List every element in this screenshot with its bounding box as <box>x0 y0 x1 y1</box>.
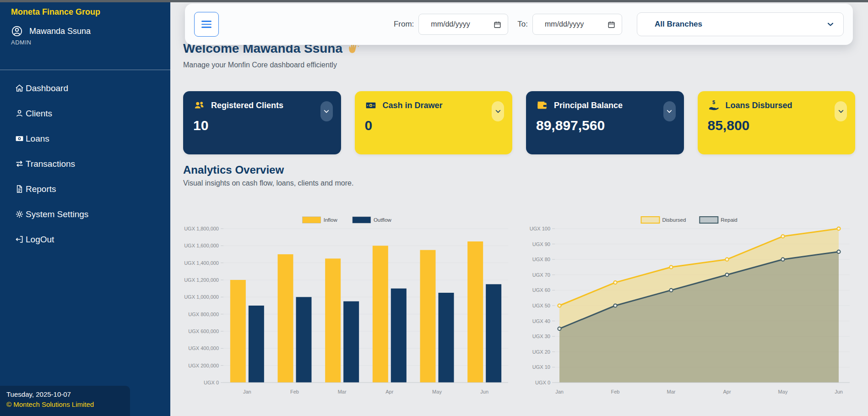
logout-icon <box>15 235 24 244</box>
banknote-icon <box>15 134 24 143</box>
from-date-input[interactable]: mm/dd/yyyy <box>418 14 508 35</box>
analytics-heading: Analytics Overview <box>183 164 284 176</box>
cash-icon <box>365 99 377 111</box>
chevron-down-icon <box>494 108 502 115</box>
stat-value: 89,897,560 <box>536 118 674 133</box>
svg-text:Mar: Mar <box>338 389 347 394</box>
svg-text:Mar: Mar <box>667 389 676 394</box>
current-date: Tuesday, 2025-10-07 <box>6 390 124 398</box>
to-date-input[interactable]: mm/dd/yyyy <box>532 14 622 35</box>
nav-label: LogOut <box>26 235 54 245</box>
stat-value: 85,800 <box>708 118 846 133</box>
nav-label: System Settings <box>26 209 88 219</box>
calendar-icon[interactable] <box>493 20 502 29</box>
sidebar-toggle-button[interactable] <box>194 12 219 37</box>
branch-filter-select[interactable]: All Branches <box>637 12 844 36</box>
disbursed-repaid-line-chart: UGX 0UGX 10UGX 20UGX 30UGX 40UGX 50UGX 6… <box>525 212 855 401</box>
svg-text:UGX 70: UGX 70 <box>532 272 550 278</box>
date-placeholder: mm/dd/yyyy <box>431 20 493 28</box>
svg-text:Jan: Jan <box>243 389 251 394</box>
user-icon <box>15 109 24 118</box>
copyright: © Montech Solutions Limited <box>6 400 124 408</box>
sidebar-item-system-settings[interactable]: System Settings <box>0 202 170 227</box>
user-name: Mawanda Ssuna <box>29 27 91 36</box>
stat-value: 0 <box>365 118 503 133</box>
sidebar-item-clients[interactable]: Clients <box>0 101 170 126</box>
chevron-down-icon <box>666 108 673 115</box>
gear-icon <box>15 209 24 219</box>
user-role: ADMIN <box>11 39 31 46</box>
svg-text:Outflow: Outflow <box>374 217 392 223</box>
sidebar-footer: Tuesday, 2025-10-07 © Montech Solutions … <box>0 386 130 416</box>
stat-expand-button[interactable] <box>320 101 333 121</box>
stat-expand-button[interactable] <box>492 101 504 121</box>
nav-label: Transactions <box>26 159 75 169</box>
stat-label: Principal Balance <box>554 101 623 110</box>
stat-label: Registered Clients <box>211 101 283 110</box>
stat-label: Cash in Drawer <box>383 101 443 110</box>
svg-text:Apr: Apr <box>723 389 731 394</box>
branch-filter-value: All Branches <box>655 20 826 29</box>
svg-text:UGX 100: UGX 100 <box>530 226 550 231</box>
charts-row: UGX 0UGX 200,000UGX 400,000UGX 600,000UG… <box>183 212 855 401</box>
svg-text:UGX 1,000,000: UGX 1,000,000 <box>184 294 219 300</box>
sidebar-nav: Dashboard Clients Loans Transactions <box>0 76 170 252</box>
svg-text:UGX 0: UGX 0 <box>535 380 550 385</box>
svg-text:UGX 90: UGX 90 <box>532 241 550 247</box>
sidebar: Moneta Finance Group Mawanda Ssuna ADMIN… <box>0 2 170 416</box>
svg-text:Jun: Jun <box>480 389 488 394</box>
cash-flow-chart: UGX 0UGX 200,000UGX 400,000UGX 600,000UG… <box>183 212 514 401</box>
svg-text:UGX 0: UGX 0 <box>204 380 219 385</box>
svg-text:UGX 40: UGX 40 <box>532 318 550 324</box>
chevron-down-icon <box>837 108 845 115</box>
svg-text:Jun: Jun <box>835 389 843 394</box>
user-profile: Mawanda Ssuna <box>11 25 91 37</box>
sidebar-item-logout[interactable]: LogOut <box>0 227 170 252</box>
svg-text:Repaid: Repaid <box>721 217 737 223</box>
svg-text:UGX 10: UGX 10 <box>532 364 550 370</box>
nav-label: Clients <box>26 109 52 119</box>
stat-label: Loans Disbursed <box>726 101 792 110</box>
main-content: From: mm/dd/yyyy To: mm/dd/yyyy All Bran… <box>170 2 868 416</box>
users-icon <box>193 99 205 111</box>
topbar: From: mm/dd/yyyy To: mm/dd/yyyy All Bran… <box>185 4 853 45</box>
svg-text:UGX 30: UGX 30 <box>532 334 550 339</box>
svg-text:Feb: Feb <box>611 389 620 394</box>
svg-text:UGX 200,000: UGX 200,000 <box>188 363 219 368</box>
sidebar-item-reports[interactable]: Reports <box>0 176 170 202</box>
hand-money-icon: $ <box>708 99 720 111</box>
stat-value: 10 <box>193 118 331 133</box>
svg-text:Inflow: Inflow <box>324 217 338 223</box>
sidebar-divider <box>0 70 170 70</box>
nav-label: Dashboard <box>26 83 68 93</box>
svg-text:UGX 800,000: UGX 800,000 <box>188 312 219 317</box>
nav-label: Loans <box>26 134 49 144</box>
svg-text:UGX 1,600,000: UGX 1,600,000 <box>184 243 219 248</box>
sidebar-item-transactions[interactable]: Transactions <box>0 151 170 176</box>
calendar-icon[interactable] <box>607 20 616 29</box>
to-label: To: <box>517 20 528 29</box>
nav-label: Reports <box>26 184 56 194</box>
svg-text:Disbursed: Disbursed <box>662 217 686 223</box>
svg-text:Feb: Feb <box>290 389 299 394</box>
stat-card-registered-clients: Registered Clients 10 <box>183 91 341 154</box>
document-icon <box>15 184 24 194</box>
sidebar-item-loans[interactable]: Loans <box>0 126 170 151</box>
stat-expand-button[interactable] <box>663 101 676 121</box>
cash-flow-bar-chart: UGX 0UGX 200,000UGX 400,000UGX 600,000UG… <box>183 212 514 401</box>
stat-cards-row: Registered Clients 10 Cash in Drawer <box>183 91 855 154</box>
stat-card-principal-balance: Principal Balance 89,897,560 <box>526 91 684 154</box>
wallet-icon <box>536 99 548 111</box>
chevron-down-icon <box>323 108 330 115</box>
stat-card-cash-in-drawer: Cash in Drawer 0 <box>355 91 513 154</box>
from-label: From: <box>394 20 414 29</box>
svg-text:Apr: Apr <box>385 389 393 394</box>
stat-card-loans-disbursed: $ Loans Disbursed 85,800 <box>698 91 856 154</box>
sidebar-item-dashboard[interactable]: Dashboard <box>0 76 170 101</box>
svg-text:UGX 20: UGX 20 <box>532 349 550 355</box>
loans-disbursed-repaid-chart: UGX 0UGX 10UGX 20UGX 30UGX 40UGX 50UGX 6… <box>525 212 855 401</box>
date-placeholder: mm/dd/yyyy <box>545 20 607 28</box>
svg-text:Jan: Jan <box>555 389 564 394</box>
svg-text:UGX 1,400,000: UGX 1,400,000 <box>184 260 219 266</box>
stat-expand-button[interactable] <box>835 101 847 121</box>
